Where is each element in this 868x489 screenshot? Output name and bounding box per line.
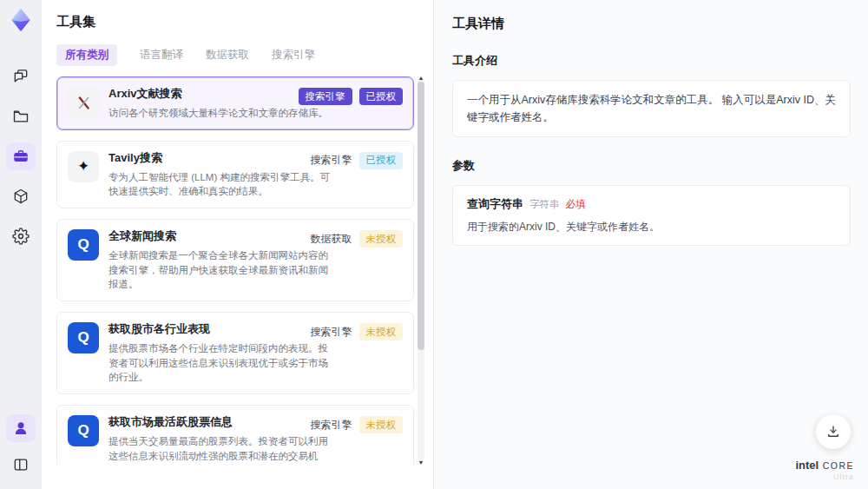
tool-name: 获取股市各行业表现 [108,321,332,337]
category-badge: 搜索引擎 [299,88,352,105]
category-tabs: 所有类别 语言翻译 数据获取 搜索引擎 [56,44,433,66]
tool-description: 提供当天交易量最高的股票列表。投资者可以利用这些信息来识别流动性强的股票和潜在的… [108,434,332,465]
list-scrollbar[interactable]: ▲ ▼ [418,78,424,461]
sidebar-nav [6,63,36,250]
settings-gear-icon[interactable] [6,222,36,250]
page-title: 工具集 [56,14,433,30]
folder-icon[interactable] [6,102,36,130]
tab-data-fetch[interactable]: 数据获取 [206,48,249,63]
status-badge: 未授权 [359,416,404,433]
tool-card-arxiv[interactable]: Arxiv文献搜索 访问各个研究领域大量科学论文和文章的存储库。 搜索引擎 已授… [56,76,414,130]
app-window: 工具集 所有类别 语言翻译 数据获取 搜索引擎 Arxiv文献搜索 访问各个研究… [0,0,868,489]
intel-core-logo: intel CORE Ultra [795,456,854,482]
param-description: 用于搜索的Arxiv ID、关键字或作者姓名。 [467,220,836,235]
ultra-wordmark: Ultra [795,472,854,482]
intel-wordmark: intel [795,459,819,472]
left-sidebar [0,0,42,489]
tab-all-categories[interactable]: 所有类别 [56,44,117,66]
status-badge: 已授权 [359,152,404,169]
news-q-logo-icon: Q [68,229,99,261]
tool-list-panel: 工具集 所有类别 语言翻译 数据获取 搜索引擎 Arxiv文献搜索 访问各个研究… [42,0,434,489]
arxiv-logo-icon [68,87,99,118]
tool-name: 全球新闻搜索 [108,228,332,244]
stock-q-logo-icon: Q [68,322,99,354]
tool-card-tavily[interactable]: ✦ Tavily搜索 专为人工智能代理 (LLM) 构建的搜索引擎工具。可快速提… [56,141,414,208]
intro-heading: 工具介绍 [452,53,851,69]
intro-text: 一个用于从Arxiv存储库搜索科学论文和文章的工具。 输入可以是Arxiv ID… [467,91,836,126]
category-label: 数据获取 [311,232,352,247]
tool-detail-panel: 工具详情 工具介绍 一个用于从Arxiv存储库搜索科学论文和文章的工具。 输入可… [435,0,868,489]
user-profile-icon[interactable] [6,414,36,442]
param-box: 查询字符串 字符串 必填 用于搜索的Arxiv ID、关键字或作者姓名。 [452,185,851,246]
panel-toggle-icon[interactable] [6,451,36,479]
tool-list: Arxiv文献搜索 访问各个研究领域大量科学论文和文章的存储库。 搜索引擎 已授… [56,76,433,465]
tool-card-active-stocks[interactable]: Q 获取市场最活跃股票信息 提供当天交易量最高的股票列表。投资者可以利用这些信息… [56,405,414,465]
download-button[interactable] [816,414,851,449]
tool-description: 访问各个研究领域大量科学论文和文章的存储库。 [108,106,332,121]
tool-name: Tavily搜索 [108,150,332,166]
params-heading: 参数 [452,158,851,174]
category-label: 搜索引擎 [311,325,352,340]
scroll-down-icon[interactable]: ▼ [418,459,424,465]
tab-language-translation[interactable]: 语言翻译 [140,48,183,63]
tool-description: 全球新闻搜索是一个聚合全球各大新闻网站内容的搜索引擎，帮助用户快速获取全球最新资… [108,248,332,292]
sidebar-bottom [0,414,42,479]
param-required-flag: 必填 [566,198,586,211]
tool-name: 获取市场最活跃股票信息 [108,414,332,430]
tool-card-global-news[interactable]: Q 全球新闻搜索 全球新闻搜索是一个聚合全球各大新闻网站内容的搜索引擎，帮助用户… [56,219,414,301]
status-badge: 未授权 [359,323,404,340]
cube-icon[interactable] [6,182,36,210]
category-label: 搜索引擎 [311,153,352,168]
tool-description: 专为人工智能代理 (LLM) 构建的搜索引擎工具。可快速提供实时、准确和真实的结… [108,170,332,199]
core-wordmark: CORE [823,460,854,471]
toolbox-icon[interactable] [6,142,36,170]
tab-search-engine[interactable]: 搜索引擎 [272,48,315,63]
status-badge: 未授权 [359,230,404,248]
chat-icon[interactable] [6,63,36,90]
stock-q-logo-icon: Q [68,415,99,446]
intro-box: 一个用于从Arxiv存储库搜索科学论文和文章的工具。 输入可以是Arxiv ID… [452,80,851,137]
param-type: 字符串 [529,198,560,211]
tool-card-stock-sector[interactable]: Q 获取股市各行业表现 提供股票市场各个行业在特定时间段内的表现。投资者可以利用… [56,312,414,394]
category-label: 搜索引擎 [311,418,352,433]
scrollbar-thumb[interactable] [418,82,424,350]
status-badge: 已授权 [359,88,404,105]
app-logo-icon [8,7,34,33]
download-icon [825,424,841,439]
tavily-logo-icon: ✦ [68,151,99,182]
tool-description: 提供股票市场各个行业在特定时间段内的表现。投资者可以利用这些信息来识别表现优于或… [108,341,332,385]
detail-title: 工具详情 [452,16,851,32]
param-name: 查询字符串 [467,196,523,212]
